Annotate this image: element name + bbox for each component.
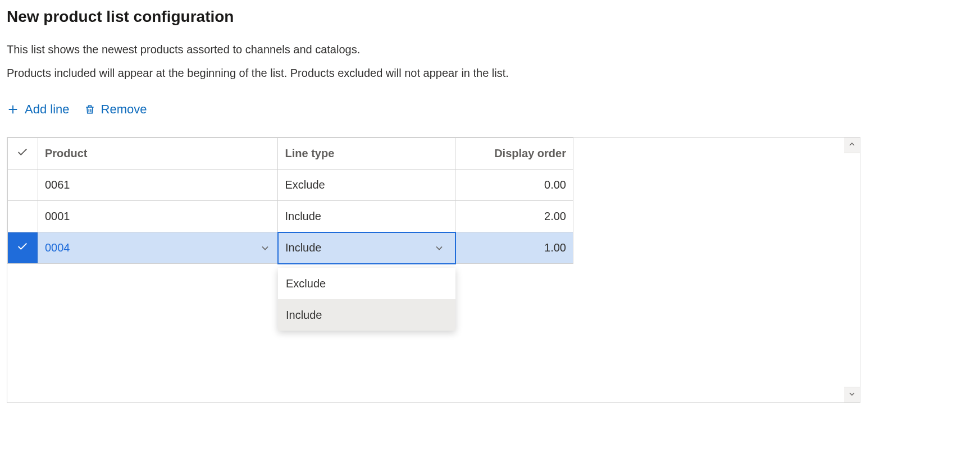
display-order-cell[interactable]: 0.00 — [455, 170, 573, 201]
line-type-value: Exclude — [285, 178, 325, 191]
product-cell[interactable]: 0001 — [38, 201, 278, 232]
check-icon — [16, 146, 29, 161]
display-order-value: 1.00 — [544, 241, 566, 254]
column-header-product[interactable]: Product — [38, 138, 278, 170]
column-header-line-type[interactable]: Line type — [278, 138, 455, 170]
product-cell[interactable]: 0004 — [38, 232, 278, 264]
dropdown-option[interactable]: Exclude — [278, 268, 455, 299]
table-row[interactable]: 0061Exclude0.00 — [8, 170, 573, 201]
chevron-down-icon — [847, 388, 856, 401]
column-header-display-order[interactable]: Display order — [455, 138, 573, 170]
display-order-value: 2.00 — [544, 210, 566, 223]
chevron-down-icon — [259, 242, 271, 254]
scroll-up-button[interactable] — [844, 138, 860, 153]
grid-container: Product Line type Display order 0061Excl… — [7, 137, 860, 403]
display-order-cell[interactable]: 1.00 — [455, 232, 573, 264]
add-line-button[interactable]: Add line — [7, 102, 70, 117]
line-type-value: Include — [285, 210, 321, 223]
product-value: 0004 — [45, 241, 70, 254]
line-type-value: Include — [285, 241, 322, 254]
product-cell[interactable]: 0061 — [38, 170, 278, 201]
line-type-cell[interactable]: Include — [278, 232, 455, 264]
check-icon — [16, 240, 29, 255]
column-header-select[interactable] — [8, 138, 38, 170]
product-grid: Product Line type Display order 0061Excl… — [7, 138, 573, 264]
description-line-1: This list shows the newest products asso… — [7, 42, 973, 57]
line-type-cell[interactable]: Exclude — [278, 170, 455, 201]
table-row[interactable]: 0001Include2.00 — [8, 201, 573, 232]
scroll-down-button[interactable] — [844, 387, 860, 402]
chevron-up-icon — [847, 139, 856, 152]
add-line-label: Add line — [25, 102, 70, 117]
product-value: 0061 — [45, 178, 70, 191]
display-order-cell[interactable]: 2.00 — [455, 201, 573, 232]
product-value: 0001 — [45, 210, 70, 223]
line-type-cell[interactable]: Include — [278, 201, 455, 232]
row-select-cell[interactable] — [8, 170, 38, 201]
page-title: New product list configuration — [7, 8, 973, 26]
remove-button[interactable]: Remove — [84, 102, 147, 117]
display-order-value: 0.00 — [544, 178, 566, 191]
row-select-cell[interactable] — [8, 232, 38, 264]
remove-label: Remove — [101, 102, 147, 117]
row-select-cell[interactable] — [8, 201, 38, 232]
trash-icon — [84, 103, 95, 116]
description-line-2: Products included will appear at the beg… — [7, 65, 973, 81]
plus-icon — [7, 103, 19, 116]
line-type-dropdown[interactable]: ExcludeInclude — [278, 268, 455, 331]
grid-header-row: Product Line type Display order — [8, 138, 573, 170]
chevron-down-icon — [434, 242, 445, 254]
dropdown-option[interactable]: Include — [278, 299, 455, 331]
table-row[interactable]: 0004Include1.00 — [8, 232, 573, 264]
toolbar: Add line Remove — [7, 102, 973, 117]
